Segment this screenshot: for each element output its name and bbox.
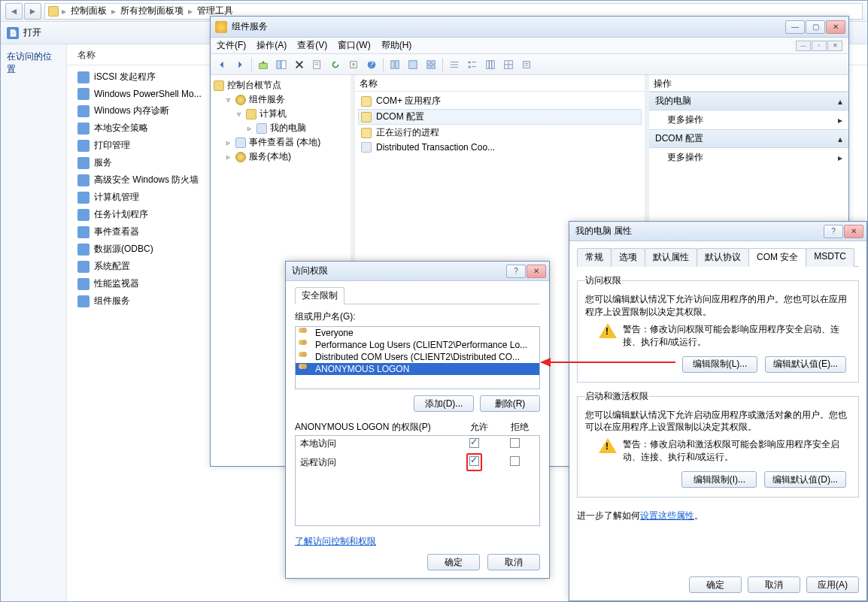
menu-window[interactable]: 窗口(W) xyxy=(338,39,370,52)
tab-options[interactable]: 选项 xyxy=(611,248,645,267)
nav-back-button[interactable]: ◄ xyxy=(5,3,23,20)
expand-icon[interactable]: ▹ xyxy=(224,153,232,161)
tree-computers[interactable]: 计算机 xyxy=(259,107,287,120)
user-row[interactable]: Everyone xyxy=(296,327,539,339)
forward-icon[interactable] xyxy=(232,56,248,73)
refresh-icon[interactable] xyxy=(327,56,344,73)
cs-titlebar[interactable]: 组件服务 — ▢ ✕ xyxy=(211,17,848,38)
allow-local-checkbox[interactable] xyxy=(469,438,479,448)
close-button[interactable]: ✕ xyxy=(527,265,546,278)
help-button[interactable]: ? xyxy=(824,225,843,238)
add-button[interactable]: 添加(D)... xyxy=(414,395,474,412)
list-item-selected[interactable]: DCOM 配置 xyxy=(358,109,642,125)
shortcut-icon xyxy=(77,278,90,290)
learn-more-link[interactable]: 设置这些属性 xyxy=(640,510,694,521)
tree-comp-svc[interactable]: 组件服务 xyxy=(249,93,285,106)
collapse-icon[interactable]: ▴ xyxy=(838,96,842,107)
show-tree-icon[interactable] xyxy=(273,56,290,73)
mdi-minimize-button[interactable]: — xyxy=(796,41,811,51)
tree-services[interactable]: 服务(本地) xyxy=(249,150,291,163)
learn-access-link[interactable]: 了解访问控制和权限 xyxy=(295,536,376,546)
mdi-restore-button[interactable]: ▫ xyxy=(812,41,827,51)
maximize-button[interactable]: ▢ xyxy=(806,20,825,34)
mdi-close-button[interactable]: ✕ xyxy=(827,41,842,51)
mycomputer-properties-dialog: 我的电脑 属性 ? ✕ 常规 选项 默认属性 默认协议 COM 安全 MSDTC… xyxy=(569,221,867,601)
cancel-button[interactable]: 取消 xyxy=(748,576,800,593)
view-last-icon[interactable] xyxy=(518,56,535,73)
column-header-name[interactable]: 名称 xyxy=(355,75,645,92)
expand-icon[interactable]: ▹ xyxy=(245,124,253,132)
view-detail-icon[interactable] xyxy=(464,56,481,73)
group-users-label: 组或用户名(G): xyxy=(295,310,540,323)
tree-root[interactable]: 控制台根节点 xyxy=(227,79,281,92)
perm-for-label: ANONYMOUS LOGON 的权限(P) xyxy=(295,421,459,434)
tab-com-security[interactable]: COM 安全 xyxy=(748,248,806,267)
edit-defaults-button[interactable]: 编辑默认值(E)... xyxy=(765,356,846,373)
export-icon[interactable] xyxy=(345,56,362,73)
properties-icon[interactable] xyxy=(309,56,326,73)
delete-icon[interactable] xyxy=(291,56,308,73)
view-status-icon[interactable] xyxy=(387,56,403,73)
perm-title: 访问权限 xyxy=(292,265,328,277)
expand-icon[interactable]: ▹ xyxy=(224,138,232,147)
menu-file[interactable]: 文件(F) xyxy=(217,39,246,52)
svg-rect-19 xyxy=(469,61,471,63)
apply-button[interactable]: 应用(A) xyxy=(806,576,859,593)
perm-titlebar[interactable]: 访问权限 ? ✕ xyxy=(286,262,549,281)
view-large-icon[interactable] xyxy=(405,56,421,73)
view-grid-icon[interactable] xyxy=(500,56,517,73)
deny-local-checkbox[interactable] xyxy=(510,438,520,448)
allow-remote-checkbox[interactable] xyxy=(469,456,479,466)
svg-rect-13 xyxy=(432,60,435,63)
edit-limits-button[interactable]: 编辑限制(L)... xyxy=(682,356,757,373)
deny-remote-checkbox[interactable] xyxy=(510,456,520,466)
list-item[interactable]: Distributed Transaction Coo... xyxy=(358,141,642,154)
ok-button[interactable]: 确定 xyxy=(689,576,742,593)
minimize-button[interactable]: — xyxy=(785,20,805,34)
menu-help[interactable]: 帮助(H) xyxy=(381,39,412,52)
tab-general[interactable]: 常规 xyxy=(577,248,612,267)
nav-pane: 在访问的位置 xyxy=(1,44,67,601)
up-level-icon[interactable] xyxy=(255,56,272,73)
help-button[interactable]: ? xyxy=(506,265,526,278)
menu-action[interactable]: 操作(A) xyxy=(256,39,287,52)
user-list[interactable]: Everyone Performance Log Users (CLIENT2\… xyxy=(295,326,540,389)
tab-security-limits[interactable]: 安全限制 xyxy=(295,287,344,304)
back-icon[interactable] xyxy=(214,56,230,73)
nav-forward-button[interactable]: ► xyxy=(24,3,41,20)
action-more[interactable]: 更多操作▸ xyxy=(649,110,848,129)
action-group[interactable]: 我的电脑▴ xyxy=(649,92,848,110)
view-columns-icon[interactable] xyxy=(482,56,499,73)
ok-button[interactable]: 确定 xyxy=(427,554,480,570)
edit-defaults-d-button[interactable]: 编辑默认值(D)... xyxy=(764,471,846,488)
tree-event-viewer[interactable]: 事件查看器 (本地) xyxy=(249,136,320,149)
permission-grid: 本地访问 远程访问 xyxy=(295,435,540,526)
expand-icon[interactable]: ▿ xyxy=(235,110,243,118)
breadcrumb-seg[interactable]: 控制面板 xyxy=(69,5,108,17)
prop-titlebar[interactable]: 我的电脑 属性 ? ✕ xyxy=(569,222,866,241)
tab-msdtc[interactable]: MSDTC xyxy=(806,248,854,267)
help-icon[interactable]: ? xyxy=(363,56,380,73)
action-more[interactable]: 更多操作▸ xyxy=(649,148,848,167)
tab-default-protocols[interactable]: 默认协议 xyxy=(697,248,749,267)
list-item[interactable]: COM+ 应用程序 xyxy=(358,93,642,109)
edit-limits-i-button[interactable]: 编辑限制(I)... xyxy=(681,471,757,488)
user-row[interactable]: Distributed COM Users (CLIENT2\Distribut… xyxy=(296,351,539,363)
menu-view[interactable]: 查看(V) xyxy=(297,39,327,52)
view-list-icon[interactable] xyxy=(446,56,463,73)
cancel-button[interactable]: 取消 xyxy=(487,554,540,570)
tree-my-computer[interactable]: 我的电脑 xyxy=(270,122,306,135)
view-small-icon[interactable] xyxy=(423,56,439,73)
close-button[interactable]: ✕ xyxy=(844,225,863,238)
expand-icon[interactable]: ▿ xyxy=(224,95,232,104)
remove-button[interactable]: 删除(R) xyxy=(480,395,540,412)
close-button[interactable]: ✕ xyxy=(826,20,845,34)
collapse-icon[interactable]: ▴ xyxy=(838,134,842,144)
action-group[interactable]: DCOM 配置▴ xyxy=(649,129,848,148)
user-row[interactable]: Performance Log Users (CLIENT2\Performan… xyxy=(296,339,539,351)
user-row-selected[interactable]: ANONYMOUS LOGON xyxy=(296,363,539,375)
list-item[interactable]: 正在运行的进程 xyxy=(358,125,642,141)
breadcrumb-seg[interactable]: 所有控制面板项 xyxy=(119,5,185,17)
tab-default-properties[interactable]: 默认属性 xyxy=(645,248,697,267)
open-label[interactable]: 打开 xyxy=(23,26,41,39)
